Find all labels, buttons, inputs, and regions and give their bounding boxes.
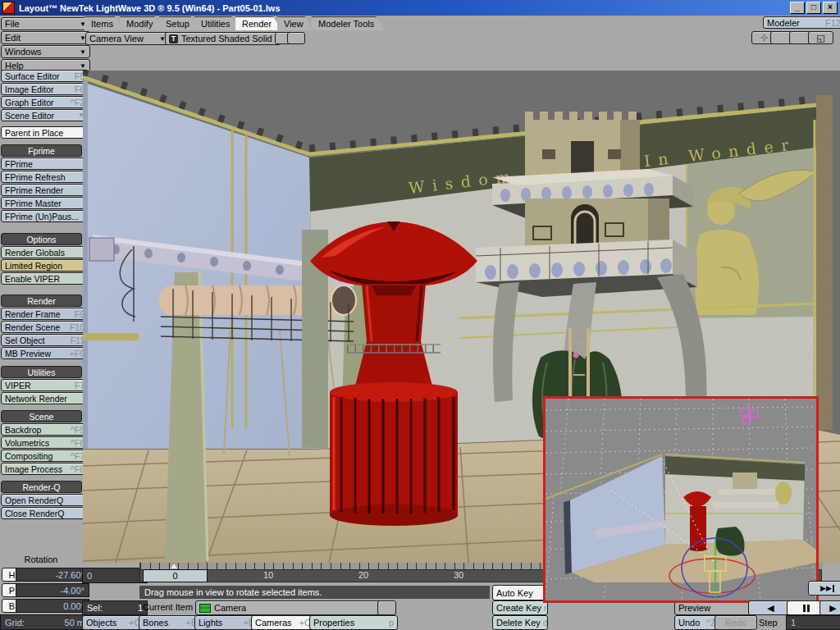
sidebar-item-compositing[interactable]: Compositing^F7 (1, 450, 89, 462)
view-mode-dropdown[interactable]: Camera View▼ (85, 32, 170, 45)
chevron-down-icon: ▼ (80, 62, 86, 70)
rotation-label: Rotation (0, 555, 82, 565)
sidebar-item-enable-viper[interactable]: Enable VIPER (1, 272, 89, 285)
bank-value[interactable]: 0.00° (16, 599, 89, 613)
sidebar-item-fprime-refresh[interactable]: FPrime Refresh (1, 171, 89, 183)
tab-modeler-tools[interactable]: Modeler Tools (312, 16, 384, 30)
section-header-render-q: Render-Q (1, 481, 82, 493)
play-forward-button[interactable]: ▶ (819, 600, 840, 615)
menu-windows[interactable]: Windows▼ (1, 45, 90, 58)
sidebar-item-network-render[interactable]: Network Render (1, 392, 89, 404)
camera-item-icon (199, 604, 211, 613)
tab-utilities[interactable]: Utilities (194, 16, 240, 30)
tab-render[interactable]: Render (235, 16, 281, 30)
viewport-mini-button[interactable] (287, 32, 305, 44)
sidebar-item-fprime[interactable]: FPrime (1, 158, 89, 170)
tab-setup[interactable]: Setup (159, 16, 199, 30)
sidebar-item-image-process[interactable]: Image Process^F8 (1, 463, 89, 475)
sidebar-item-viper[interactable]: VIPERF7 (1, 379, 89, 391)
viewport-maximize-icon[interactable]: ◱ (808, 31, 833, 44)
lightwave-layout-window: Layout™ NewTek LightWave 3D ® 9.5 (Win64… (0, 0, 840, 630)
sidebar-item-volumetrics[interactable]: Volumetrics^F6 (1, 436, 89, 449)
delete-key-button[interactable]: Delete Keydel (492, 615, 548, 630)
current-frame-field[interactable]: 0 (82, 568, 148, 583)
sidebar-item-render-frame[interactable]: Render FrameF9 (1, 308, 89, 320)
maximize-button[interactable]: □ (806, 2, 821, 14)
tab-items[interactable]: Items (84, 16, 123, 30)
edit-bones-button[interactable]: Bones+B (139, 615, 201, 630)
timeline-tick-label: 30 (454, 570, 463, 580)
sidebar-item-limited-region[interactable]: Limited Regionl (1, 259, 89, 272)
sidebar-item-sel-object[interactable]: Sel ObjectF11 (1, 334, 89, 346)
end-bar-icon (833, 585, 834, 592)
section-header-options: Options (1, 233, 82, 245)
inset-scene (546, 399, 816, 600)
grid-size-field[interactable]: Grid:50 m (0, 614, 89, 630)
undo-button[interactable]: Undo^Z (674, 615, 720, 630)
sidebar-item-open-renderq[interactable]: Open RenderQ (1, 494, 89, 506)
create-key-button[interactable]: Create Keyret (492, 600, 548, 615)
menu-edit[interactable]: Edit▼ (1, 31, 90, 44)
edit-cameras-button[interactable]: Cameras+C (251, 615, 315, 630)
pause-icon (803, 605, 806, 612)
sidebar-item-close-renderq[interactable]: Close RenderQ (1, 507, 89, 519)
shading-mode-dropdown[interactable]: T Textured Shaded Solid (165, 32, 281, 45)
step-value-field[interactable]: 1 (786, 615, 840, 630)
window-title: Layout™ NewTek LightWave 3D ® 9.5 (Win64… (19, 3, 281, 13)
sidebar-item-mb-preview[interactable]: MB Preview+F9 (1, 347, 89, 359)
selection-count-field: Sel:1 (82, 600, 148, 615)
bag-pink-dot (573, 353, 579, 358)
pitch-value[interactable]: -4.00° (16, 583, 89, 597)
timeline-tick-label: 20 (358, 570, 368, 580)
auto-key-button[interactable]: Auto Key (492, 585, 548, 600)
sidebar-item-graph-editor[interactable]: Graph Editor^F2 (1, 96, 89, 108)
section-header-fprime: Fprime (1, 144, 82, 157)
title-bar[interactable]: Layout™ NewTek LightWave 3D ® 9.5 (Win64… (0, 0, 840, 16)
chevron-down-icon: ▼ (80, 48, 86, 56)
timeline-slider-handle[interactable]: 0 (143, 569, 208, 582)
step-label: Step (759, 616, 778, 628)
sidebar-item-fprime-master[interactable]: FPrime Master (1, 197, 89, 209)
lightwave-logo-icon (2, 2, 15, 14)
tab-modify[interactable]: Modify (120, 16, 162, 30)
sidebar-item-scene-editor[interactable]: Scene Editor▼ (1, 109, 89, 121)
edit-lights-button[interactable]: Lights+L (194, 615, 258, 630)
modeler-button[interactable]: ModelerF12 (763, 16, 840, 29)
close-button[interactable]: × (823, 2, 838, 14)
sidebar-item-fprime-unpause[interactable]: FPrime (Un)Paus... (1, 210, 89, 222)
right-wall-edge (816, 95, 833, 430)
redo-button[interactable]: Redo (714, 615, 757, 630)
texture-shading-icon: T (169, 34, 178, 43)
inset-perspective-preview[interactable] (543, 396, 819, 603)
sidebar-item-render-globals[interactable]: Render Globals (1, 246, 89, 258)
status-bar: Drag mouse in view to rotate selected it… (139, 586, 490, 599)
go-to-end-button[interactable]: ▶▶ (808, 581, 840, 596)
edit-objects-button[interactable]: Objects+O (82, 615, 145, 630)
current-item-expand-button[interactable] (377, 600, 396, 615)
sidebar-item-surface-editor[interactable]: Surface EditorF5 (1, 70, 89, 82)
section-header-render: Render (1, 294, 82, 307)
sidebar-item-image-editor[interactable]: Image EditorF6 (1, 83, 89, 95)
heading-value[interactable]: -27.60° (16, 568, 89, 582)
section-header-utilities: Utilities (1, 366, 82, 378)
menu-file[interactable]: File▼ (1, 17, 90, 30)
timeline-marker-icon (171, 564, 177, 568)
minimize-button[interactable]: _ (790, 2, 805, 14)
current-item-label: Current Item (143, 600, 194, 614)
current-item-dropdown[interactable]: Camera (195, 600, 384, 615)
sidebar-item-fprime-render[interactable]: FPrime Render (1, 184, 89, 196)
section-header-scene: Scene (1, 410, 82, 422)
sidebar-item-backdrop[interactable]: Backdrop^F5 (1, 423, 89, 436)
sidebar-item-render-scene[interactable]: Render SceneF10 (1, 321, 89, 333)
sidebar-item-parent-in-place[interactable]: Parent in Place (1, 126, 89, 139)
tab-view[interactable]: View (277, 16, 313, 30)
properties-button[interactable]: Propertiesp (309, 615, 398, 630)
timeline-tick-label: 10 (263, 570, 273, 580)
